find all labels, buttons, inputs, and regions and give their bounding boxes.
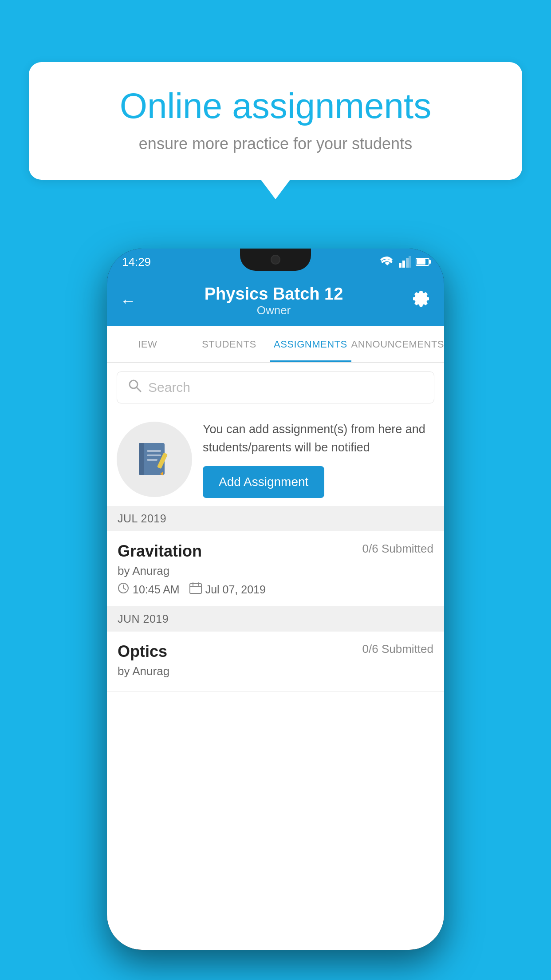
screen-content: Search	[107, 363, 444, 950]
assignment-gravitation[interactable]: Gravitation 0/6 Submitted by Anurag	[107, 531, 444, 606]
header-title: Physics Batch 12	[205, 285, 343, 304]
app-header: ← Physics Batch 12 Owner	[107, 275, 444, 326]
promo-text: You can add assignment(s) from here and …	[203, 420, 434, 498]
svg-rect-2	[406, 258, 409, 268]
assignment-gravitation-top-row: Gravitation 0/6 Submitted	[118, 542, 433, 561]
promo-icon-circle	[117, 422, 192, 497]
speech-bubble-container: Online assignments ensure more practice …	[29, 62, 522, 180]
phone-outer: 14:29	[107, 249, 444, 950]
svg-rect-5	[429, 260, 431, 264]
status-time: 14:29	[119, 255, 151, 269]
svg-rect-0	[399, 263, 401, 268]
assignment-optics[interactable]: Optics 0/6 Submitted by Anurag	[107, 632, 444, 692]
search-icon	[128, 379, 142, 396]
search-input[interactable]: Search	[148, 380, 190, 395]
assignment-gravitation-author: by Anurag	[118, 564, 433, 578]
search-bar[interactable]: Search	[117, 371, 434, 403]
promo-card: You can add assignment(s) from here and …	[117, 412, 434, 506]
assignment-optics-top-row: Optics 0/6 Submitted	[118, 642, 433, 661]
notebook-icon	[134, 439, 174, 479]
svg-rect-6	[417, 259, 425, 265]
status-icons	[380, 256, 432, 268]
bubble-title: Online assignments	[60, 87, 491, 126]
svg-rect-17	[190, 584, 201, 593]
signal-icon	[399, 256, 411, 268]
svg-line-8	[137, 387, 141, 391]
tab-students[interactable]: STUDENTS	[189, 326, 270, 362]
assignment-gravitation-date: Jul 07, 2019	[189, 582, 266, 597]
clock-icon	[118, 582, 129, 597]
calendar-icon	[189, 582, 202, 597]
assignment-gravitation-meta: 10:45 AM Jul 07, 201	[118, 582, 433, 597]
promo-description: You can add assignment(s) from here and …	[203, 420, 434, 456]
tab-bar: IEW STUDENTS ASSIGNMENTS ANNOUNCEMENTS	[107, 326, 444, 363]
svg-rect-10	[139, 443, 144, 475]
tab-overview[interactable]: IEW	[107, 326, 189, 362]
assignment-optics-name: Optics	[118, 642, 167, 661]
assignment-optics-author: by Anurag	[118, 664, 433, 678]
svg-rect-12	[147, 454, 161, 456]
svg-rect-1	[402, 261, 405, 268]
phone-screen: 14:29	[107, 249, 444, 950]
tab-announcements[interactable]: ANNOUNCEMENTS	[351, 326, 444, 362]
assignment-gravitation-submitted: 0/6 Submitted	[362, 542, 433, 556]
assignment-gravitation-name: Gravitation	[118, 542, 202, 561]
section-jul-2019: JUL 2019	[107, 506, 444, 531]
svg-rect-3	[409, 256, 411, 268]
phone-camera	[271, 255, 280, 265]
settings-button[interactable]	[411, 289, 431, 312]
section-jun-2019: JUN 2019	[107, 606, 444, 632]
bubble-subtitle: ensure more practice for your students	[60, 134, 491, 153]
wifi-icon	[380, 257, 394, 267]
assignment-optics-submitted: 0/6 Submitted	[362, 642, 433, 656]
battery-icon	[416, 257, 432, 266]
phone-notch	[240, 249, 311, 271]
speech-bubble: Online assignments ensure more practice …	[29, 62, 522, 180]
assignment-gravitation-date-value: Jul 07, 2019	[205, 583, 266, 596]
header-subtitle: Owner	[205, 304, 343, 317]
header-center: Physics Batch 12 Owner	[205, 285, 343, 317]
assignment-gravitation-time-value: 10:45 AM	[133, 583, 180, 596]
add-assignment-button[interactable]: Add Assignment	[203, 466, 324, 498]
back-button[interactable]: ←	[120, 292, 136, 310]
svg-rect-11	[147, 450, 161, 452]
assignment-gravitation-time: 10:45 AM	[118, 582, 180, 597]
phone-container: 14:29	[107, 249, 444, 950]
gear-icon	[411, 289, 431, 308]
svg-rect-13	[147, 459, 157, 461]
tab-assignments[interactable]: ASSIGNMENTS	[270, 326, 351, 362]
